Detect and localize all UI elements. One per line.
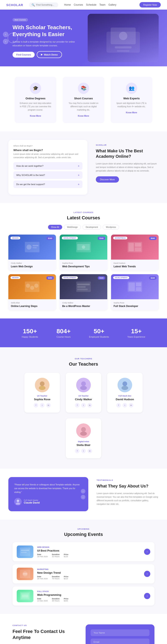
hero-content: Best Courses With Scholar Teachers, Ever… [12, 18, 84, 58]
svg-rect-23 [77, 288, 88, 290]
event-details-1: MARKETING New Design Trend Date 26 Feb 2… [37, 568, 140, 580]
tab-wordpress[interactable]: Wordpress [103, 225, 119, 230]
nav-home[interactable]: Home [64, 3, 71, 6]
teacher-facebook-icon-0[interactable]: f [34, 403, 38, 408]
form-name-input[interactable] [90, 630, 150, 636]
tab-development[interactable]: Development [82, 225, 101, 230]
testimonial-prev-arrow[interactable]: ‹ [81, 489, 86, 494]
teacher-avatar-illustration-1 [78, 380, 88, 390]
course-price-badge-3: $450 [46, 276, 54, 280]
teacher-linkedin-icon-3[interactable]: in [88, 449, 92, 453]
hero-prev-arrow[interactable]: ‹ [3, 32, 8, 37]
faq-expand-icon-2: + [78, 182, 80, 186]
event-duration-1: Duration 78 Hours [52, 576, 60, 580]
event-card-0: WEB DESIGN UI Best Practices Date 18 Feb… [12, 542, 154, 561]
feature-link-0[interactable]: Know More [30, 115, 41, 117]
hero-arrows: ‹ › [3, 32, 8, 44]
stat-course-hours: 804+ Course Hours [56, 328, 71, 338]
tab-webdesign[interactable]: WebDesign [64, 225, 81, 230]
event-illustration-0 [19, 546, 31, 557]
stats-section: 150+ Happy Students 804+ Course Hours 50… [0, 318, 167, 347]
form-email-row [90, 638, 150, 644]
form-name-row [90, 630, 150, 636]
feature-link-2[interactable]: Know More [126, 112, 137, 114]
event-duration-2: Duration 48 Hours [52, 598, 60, 602]
stat-label-1: Course Hours [56, 336, 71, 338]
event-arrow-2[interactable]: › [144, 593, 150, 599]
nav-courses[interactable]: Courses [74, 3, 83, 6]
course-price-badge-1: $340 [98, 237, 105, 240]
discover-more-button[interactable]: Discover More [96, 176, 119, 182]
teacher-facebook-icon-1[interactable]: f [75, 403, 80, 408]
stat-num-1: 804+ [56, 328, 71, 335]
feature-link-1[interactable]: Know More [78, 115, 89, 117]
contact-label: CONTACT US [12, 624, 77, 626]
search-input[interactable] [36, 4, 55, 6]
teacher-linkedin-icon-1[interactable]: in [88, 403, 92, 408]
testimonial-next-arrow[interactable]: › [81, 495, 86, 500]
teachers-section-title: Our Teachers [12, 362, 154, 367]
svg-point-36 [122, 382, 127, 386]
nav-gallery[interactable]: Gallery [108, 3, 116, 6]
teacher-avatar-0 [35, 378, 50, 392]
event-name-0: UI Best Practices [37, 549, 140, 552]
event-arrow-0[interactable]: › [144, 549, 150, 555]
teacher-twitter-icon-1[interactable]: t [81, 403, 86, 408]
svg-point-29 [39, 386, 46, 390]
register-button[interactable]: Register Now [140, 2, 161, 8]
course-card-5: DEVELOPMENT $240 Sophia Rose Full Stack … [111, 274, 159, 310]
teacher-facebook-icon-3[interactable]: f [75, 449, 80, 453]
nav-team[interactable]: Team [99, 3, 106, 6]
tab-show-all[interactable]: Show All [48, 225, 62, 230]
course-instructor-3: Stella Blair [11, 302, 54, 304]
hero-next-arrow[interactable]: › [3, 39, 8, 44]
teacher-name-2: David Hudson [111, 398, 138, 401]
teacher-card-0: UX Teacher Sophia Rose f t in [24, 373, 60, 412]
features-section: 🎓 Online Degrees Enhance your next step … [0, 66, 167, 132]
contact-form: Send Us A Message [86, 624, 154, 644]
event-cat-0: WEB DESIGN [37, 546, 140, 548]
svg-rect-4 [117, 50, 130, 52]
hero-illustration [102, 19, 144, 57]
stat-label-0: Happy Students [22, 336, 38, 338]
teacher-twitter-icon-0[interactable]: t [40, 403, 44, 408]
nav-schedule[interactable]: Schedule [86, 3, 96, 6]
search-bar[interactable]: 🔍 [29, 2, 58, 7]
events-section-label: UPCOMING [12, 528, 154, 530]
svg-point-40 [17, 500, 19, 502]
feature-desc-1: You may find a course model on different… [68, 102, 99, 112]
teacher-linkedin-icon-0[interactable]: in [46, 403, 51, 408]
feature-web-experts: 👥 Web Experts Ipsum sed dignissim from L… [111, 77, 152, 123]
teacher-avatar-3 [76, 424, 91, 438]
svg-rect-44 [21, 552, 27, 553]
teacher-twitter-icon-3[interactable]: t [81, 449, 86, 453]
faq-item-0[interactable]: How do we work together? + [13, 162, 82, 170]
faq-panel: Where shall we Begin? Where shall we Beg… [8, 140, 88, 195]
stat-label-3: Years Experience [127, 336, 145, 338]
event-arrow-1[interactable]: › [144, 571, 150, 577]
event-thumb-0 [17, 546, 34, 558]
svg-rect-25 [128, 282, 135, 291]
faq-item-1[interactable]: Why SCHOLAR is the best? + [13, 171, 82, 179]
course-thumb-illustration-4 [75, 280, 92, 293]
teacher-linkedin-icon-2[interactable]: in [129, 403, 134, 408]
teacher-twitter-icon-2[interactable]: t [122, 403, 127, 408]
course-instructor-4: Cindy Walker [62, 302, 105, 304]
event-thumb-2 [17, 590, 34, 602]
stat-happy-students: 150+ Happy Students [22, 328, 38, 338]
stat-label-2: Employed Students [89, 336, 109, 338]
teacher-facebook-icon-2[interactable]: f [116, 403, 121, 408]
find-courses-button[interactable]: Find Courses [12, 52, 35, 58]
teacher-name-1: Cindy Walker [70, 398, 97, 401]
faq-item-2[interactable]: Do we get the best support? + [13, 180, 82, 188]
form-email-input[interactable] [90, 638, 150, 644]
why-content: SCHOLAR What Make Us The Best Academy On… [96, 140, 159, 182]
course-thumb-1: DEVELOPMENT $340 [60, 234, 107, 260]
course-name-0: Learn Web Design [11, 265, 54, 268]
courses-section-label: LATEST COURSES [8, 212, 159, 214]
course-cat-badge-1: DEVELOPMENT [62, 237, 78, 239]
watch-demo-button[interactable]: ▶ Watch Demo [37, 51, 62, 58]
testimonial-nav: ‹ › [81, 489, 86, 500]
course-name-3: Online Learning Steps [11, 305, 54, 308]
course-card-0: DESIGN $160 Cindy Walker Learn Web Desig… [8, 234, 56, 270]
